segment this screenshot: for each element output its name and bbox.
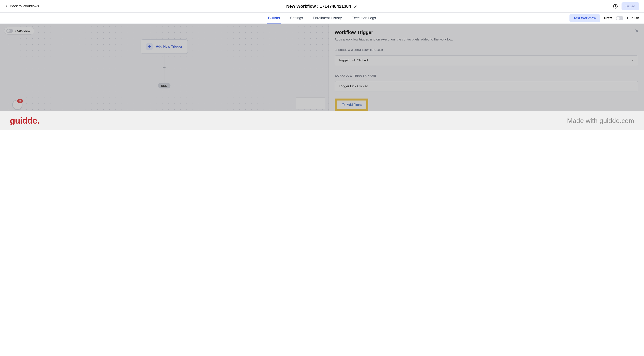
flow-connector [164, 54, 164, 66]
back-label: Back to Workflows [10, 4, 39, 8]
trigger-config-panel: Workflow Trigger Adds a workflow trigger… [328, 24, 644, 111]
stats-view-label: Stats View [16, 29, 30, 33]
add-step-icon[interactable] [162, 65, 166, 70]
draft-label: Draft [604, 16, 612, 20]
tab-builder[interactable]: Builder [267, 13, 281, 23]
add-trigger-label: Add New Trigger [156, 45, 182, 49]
plus-circle-icon [341, 103, 345, 107]
notification-bubble[interactable]: 29 [12, 100, 22, 110]
close-icon[interactable] [634, 29, 639, 33]
end-badge: END [158, 83, 170, 88]
add-filters-highlight: Add filters [334, 99, 368, 111]
tab-execution-logs[interactable]: Execution Logs [351, 13, 377, 23]
trigger-name-label: WORKFLOW TRIGGER NAME [334, 74, 638, 77]
choose-trigger-label: CHOOSE A WORKFLOW TRIGGER [334, 48, 638, 52]
add-filters-button[interactable]: Add filters [336, 100, 366, 109]
add-filters-label: Add filters [347, 103, 362, 107]
workflow-canvas[interactable]: Stats View Add New Trigger END 29 [0, 24, 328, 111]
workflow-title: New Workflow : 1714748421384 [286, 4, 351, 9]
publish-toggle[interactable] [616, 16, 623, 20]
made-with-label: Made with guidde.com [567, 117, 634, 125]
trigger-name-input[interactable] [338, 84, 634, 88]
edit-title-icon[interactable] [354, 4, 358, 8]
canvas-minimap[interactable] [296, 97, 325, 109]
guidde-logo: guidde. [10, 116, 39, 126]
panel-title: Workflow Trigger [334, 30, 638, 35]
trigger-type-value: Trigger Link Clicked [338, 58, 368, 62]
add-new-trigger-card[interactable]: Add New Trigger [140, 40, 188, 54]
plus-icon [146, 43, 152, 50]
tab-enrollment-history[interactable]: Enrollment History [312, 13, 342, 23]
guidde-footer: guidde. Made with guidde.com [0, 111, 644, 130]
chevron-down-icon [631, 59, 634, 62]
history-icon[interactable] [613, 4, 618, 9]
saved-button: Saved [622, 2, 639, 10]
trigger-name-input-wrap[interactable] [334, 81, 638, 91]
flow-connector [164, 69, 164, 83]
tab-settings[interactable]: Settings [289, 13, 304, 23]
publish-label: Publish [627, 16, 639, 20]
test-workflow-button[interactable]: Test Workflow [570, 14, 600, 22]
stats-view-toggle[interactable]: Stats View [4, 27, 34, 34]
notification-count: 29 [17, 99, 23, 103]
chevron-left-icon [5, 5, 8, 8]
back-to-workflows-link[interactable]: Back to Workflows [5, 4, 39, 8]
panel-subtitle: Adds a workflow trigger, and on executio… [334, 38, 638, 41]
trigger-type-select[interactable]: Trigger Link Clicked [334, 56, 638, 65]
